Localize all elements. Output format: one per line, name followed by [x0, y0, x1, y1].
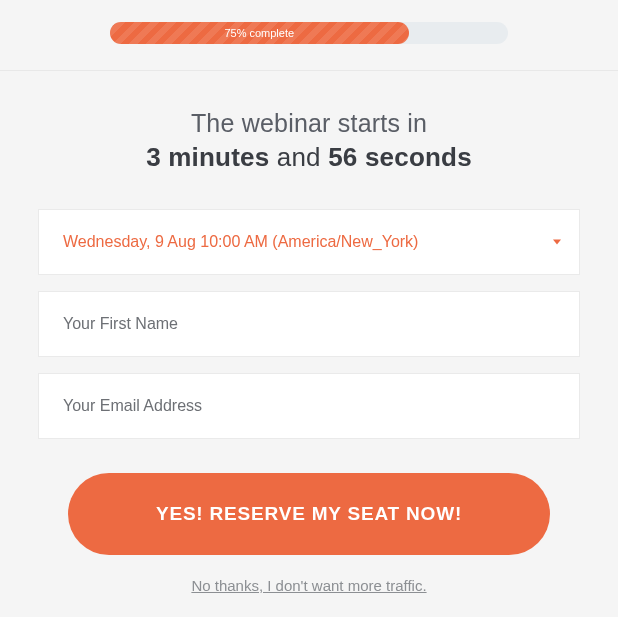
email-group	[38, 373, 580, 439]
heading-line2: 3 minutes and 56 seconds	[38, 142, 580, 173]
heading-line1: The webinar starts in	[38, 109, 580, 138]
first-name-group	[38, 291, 580, 357]
first-name-input[interactable]	[38, 291, 580, 357]
session-select-value: Wednesday, 9 Aug 10:00 AM (America/New_Y…	[39, 210, 579, 274]
email-input[interactable]	[38, 373, 580, 439]
countdown-seconds: 56 seconds	[328, 142, 472, 172]
session-select[interactable]: Wednesday, 9 Aug 10:00 AM (America/New_Y…	[38, 209, 580, 275]
countdown-and: and	[269, 142, 328, 172]
session-select-group: Wednesday, 9 Aug 10:00 AM (America/New_Y…	[38, 209, 580, 275]
no-thanks-wrapper: No thanks, I don't want more traffic.	[68, 577, 550, 595]
progress-header: 75% complete	[0, 0, 618, 71]
no-thanks-link[interactable]: No thanks, I don't want more traffic.	[191, 577, 426, 594]
cta-section: YES! RESERVE MY SEAT NOW! No thanks, I d…	[38, 473, 580, 595]
reserve-seat-button[interactable]: YES! RESERVE MY SEAT NOW!	[68, 473, 550, 555]
progress-bar-fill: 75% complete	[110, 22, 409, 44]
content-area: The webinar starts in 3 minutes and 56 s…	[0, 71, 618, 595]
progress-bar: 75% complete	[110, 22, 508, 44]
countdown-minutes: 3 minutes	[146, 142, 269, 172]
progress-text: 75% complete	[224, 27, 294, 39]
countdown-heading: The webinar starts in 3 minutes and 56 s…	[38, 109, 580, 173]
